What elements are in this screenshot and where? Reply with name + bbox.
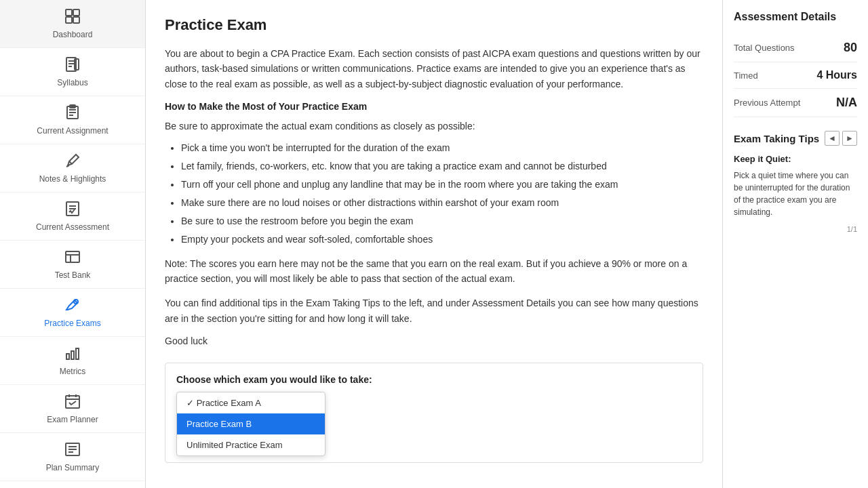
exam-tips-header: Exam Taking Tips ◄ ► bbox=[734, 131, 857, 146]
previous-attempt-label: Previous Attempt bbox=[734, 98, 800, 108]
previous-attempt-row: Previous Attempt N/A bbox=[734, 89, 857, 117]
sidebar-label-exam-planner: Exam Planner bbox=[47, 415, 98, 424]
dashboard-icon bbox=[63, 8, 82, 27]
dropdown-item-unlimited[interactable]: Unlimited Practice Exam bbox=[177, 434, 325, 455]
bullet-item-1: Pick a time you won't be interrupted for… bbox=[181, 141, 703, 155]
svg-rect-2 bbox=[66, 17, 72, 23]
svg-rect-1 bbox=[73, 9, 79, 16]
sidebar-label-dashboard: Dashboard bbox=[53, 30, 93, 39]
timed-label: Timed bbox=[734, 70, 758, 81]
how-to-heading: How to Make the Most of Your Practice Ex… bbox=[165, 101, 703, 112]
sidebar-item-dashboard[interactable]: Dashboard bbox=[0, 0, 145, 48]
total-questions-label: Total Questions bbox=[734, 43, 795, 53]
checkmark-icon: ✓ bbox=[186, 398, 197, 408]
exam-dropdown-wrapper: ✓ Practice Exam A Practice Exam B Unlimi… bbox=[176, 392, 298, 451]
assessment-icon bbox=[63, 201, 82, 220]
svg-line-14 bbox=[69, 161, 72, 164]
timed-row: Timed 4 Hours bbox=[734, 62, 857, 89]
exam-dropdown-menu[interactable]: ✓ Practice Exam A Practice Exam B Unlimi… bbox=[176, 392, 326, 456]
previous-attempt-value: N/A bbox=[836, 96, 857, 110]
sidebar-label-plan-summary: Plan Summary bbox=[46, 463, 100, 472]
metrics-icon bbox=[63, 345, 82, 364]
assessment-details-title: Assessment Details bbox=[734, 11, 857, 23]
svg-rect-0 bbox=[66, 9, 72, 16]
sidebar-item-metrics[interactable]: Metrics bbox=[0, 337, 145, 385]
page-title: Practice Exam bbox=[165, 16, 703, 34]
notes-icon bbox=[63, 152, 82, 171]
timed-value: 4 Hours bbox=[816, 69, 857, 81]
sidebar-item-test-bank[interactable]: Test Bank bbox=[0, 241, 145, 289]
sidebar-label-test-bank: Test Bank bbox=[55, 270, 91, 280]
sidebar-item-plan-summary[interactable]: Plan Summary bbox=[0, 433, 145, 481]
good-luck-text: Good luck bbox=[165, 336, 703, 346]
dropdown-item-exam-a[interactable]: ✓ Practice Exam A bbox=[177, 392, 325, 413]
syllabus-icon bbox=[63, 56, 82, 75]
bullet-item-5: Be sure to use the restroom before you b… bbox=[181, 214, 703, 228]
sidebar-item-notes-highlights[interactable]: Notes & Highlights bbox=[0, 144, 145, 192]
summary-icon bbox=[63, 441, 82, 460]
tips-next-button[interactable]: ► bbox=[842, 131, 857, 146]
assignment-icon bbox=[63, 104, 82, 123]
svg-line-15 bbox=[66, 165, 69, 167]
instruction-text: Be sure to approximate the actual exam c… bbox=[165, 119, 703, 134]
sidebar: Dashboard Syllabus Current Assignment No… bbox=[0, 0, 146, 488]
sidebar-label-metrics: Metrics bbox=[60, 367, 86, 376]
sidebar-item-current-assignment[interactable]: Current Assignment bbox=[0, 96, 145, 144]
sidebar-label-practice-exams: Practice Exams bbox=[44, 319, 100, 328]
tips-heading: Keep it Quiet: bbox=[734, 154, 857, 164]
sidebar-label-current-assessment: Current Assessment bbox=[36, 222, 109, 232]
sidebar-item-exam-planner[interactable]: Exam Planner bbox=[0, 385, 145, 433]
svg-rect-24 bbox=[71, 351, 74, 359]
choose-exam-section: Choose which exam you would like to take… bbox=[165, 363, 703, 463]
exams-icon bbox=[63, 297, 82, 316]
tips-body: Pick a quiet time where you can be unint… bbox=[734, 169, 857, 218]
total-questions-value: 80 bbox=[844, 41, 857, 55]
note-text: Note: The scores you earn here may not b… bbox=[165, 256, 703, 287]
bullet-list: Pick a time you won't be interrupted for… bbox=[181, 141, 703, 247]
planner-icon bbox=[63, 393, 82, 412]
bullet-item-3: Turn off your cell phone and unplug any … bbox=[181, 178, 703, 192]
bullet-item-2: Let family, friends, co-workers, etc. kn… bbox=[181, 159, 703, 174]
main-content: Practice Exam You are about to begin a C… bbox=[146, 0, 868, 488]
sidebar-item-my-account[interactable]: My Account bbox=[0, 481, 145, 488]
sidebar-item-syllabus[interactable]: Syllabus bbox=[0, 48, 145, 96]
sidebar-label-current-assignment: Current Assignment bbox=[37, 126, 108, 136]
intro-text: You are about to begin a CPA Practice Ex… bbox=[165, 46, 703, 92]
content-area: Practice Exam You are about to begin a C… bbox=[146, 0, 722, 488]
bullet-item-6: Empty your pockets and wear soft-soled, … bbox=[181, 232, 703, 247]
total-questions-row: Total Questions 80 bbox=[734, 34, 857, 62]
tips-counter: 1/1 bbox=[734, 225, 857, 233]
svg-rect-3 bbox=[73, 17, 79, 23]
bullet-item-4: Make sure there are no loud noises or ot… bbox=[181, 196, 703, 210]
sidebar-item-current-assessment[interactable]: Current Assessment bbox=[0, 192, 145, 241]
sidebar-item-practice-exams[interactable]: Practice Exams bbox=[0, 289, 145, 337]
choose-exam-label: Choose which exam you would like to take… bbox=[176, 374, 692, 385]
exam-tips-title: Exam Taking Tips bbox=[734, 133, 819, 144]
testbank-icon bbox=[63, 249, 82, 268]
sidebar-label-syllabus: Syllabus bbox=[57, 78, 87, 87]
svg-rect-26 bbox=[66, 396, 79, 408]
sidebar-label-notes-highlights: Notes & Highlights bbox=[39, 174, 106, 184]
right-panel: Assessment Details Total Questions 80 Ti… bbox=[722, 0, 868, 488]
tips-prev-button[interactable]: ◄ bbox=[825, 131, 840, 146]
svg-rect-23 bbox=[66, 354, 69, 359]
svg-rect-25 bbox=[76, 348, 79, 359]
svg-rect-19 bbox=[66, 251, 79, 262]
tips-nav: ◄ ► bbox=[825, 131, 857, 146]
tips-text: You can find additional tips in the Exam… bbox=[165, 296, 703, 326]
dropdown-item-exam-b[interactable]: Practice Exam B bbox=[177, 413, 325, 434]
